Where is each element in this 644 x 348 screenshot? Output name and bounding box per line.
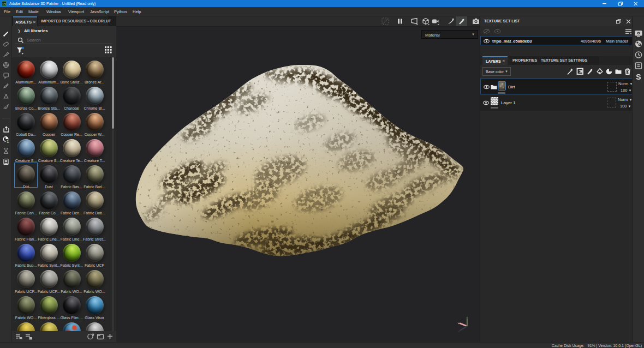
svg-text:S: S [636, 73, 641, 81]
svg-text:1: 1 [7, 139, 9, 144]
